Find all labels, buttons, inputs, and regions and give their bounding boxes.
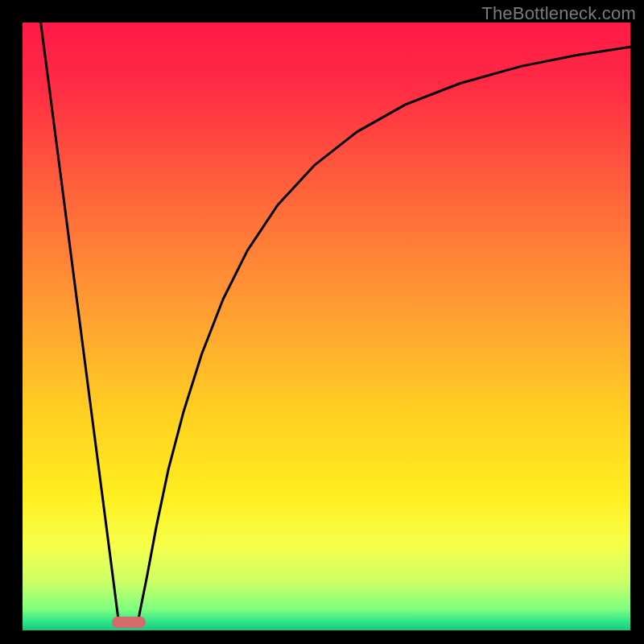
plot-area xyxy=(23,23,630,630)
watermark-text: TheBottleneck.com xyxy=(481,3,636,24)
bottleneck-curve xyxy=(23,23,630,630)
chart-frame: TheBottleneck.com xyxy=(0,0,644,644)
optimal-marker xyxy=(112,617,146,628)
